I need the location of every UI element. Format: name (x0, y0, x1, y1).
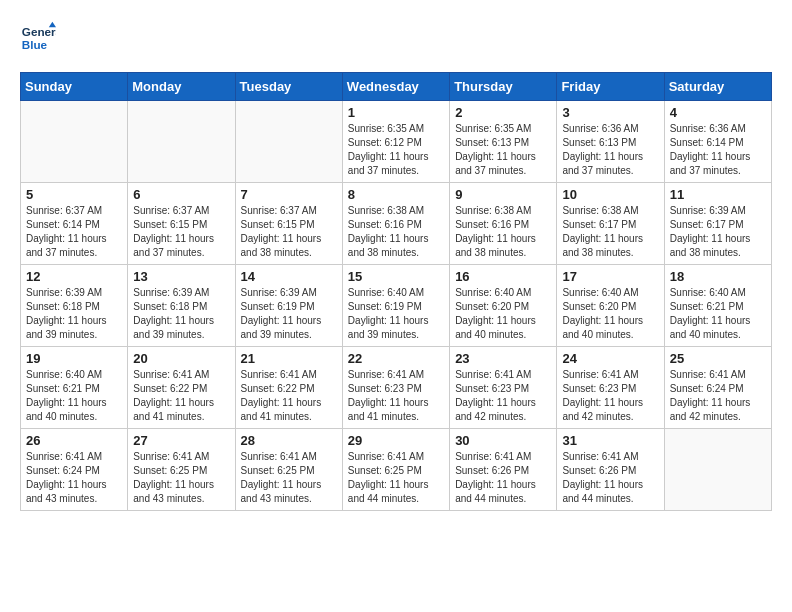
day-cell: 14Sunrise: 6:39 AM Sunset: 6:19 PM Dayli… (235, 265, 342, 347)
day-number: 22 (348, 351, 444, 366)
day-cell: 11Sunrise: 6:39 AM Sunset: 6:17 PM Dayli… (664, 183, 771, 265)
day-number: 20 (133, 351, 229, 366)
day-number: 4 (670, 105, 766, 120)
day-number: 1 (348, 105, 444, 120)
day-number: 16 (455, 269, 551, 284)
header: General Blue (20, 20, 772, 56)
weekday-header-sunday: Sunday (21, 73, 128, 101)
day-info: Sunrise: 6:39 AM Sunset: 6:17 PM Dayligh… (670, 204, 766, 260)
week-row-5: 26Sunrise: 6:41 AM Sunset: 6:24 PM Dayli… (21, 429, 772, 511)
day-number: 27 (133, 433, 229, 448)
day-cell: 22Sunrise: 6:41 AM Sunset: 6:23 PM Dayli… (342, 347, 449, 429)
day-number: 31 (562, 433, 658, 448)
weekday-header-saturday: Saturday (664, 73, 771, 101)
day-number: 21 (241, 351, 337, 366)
day-cell (21, 101, 128, 183)
day-number: 29 (348, 433, 444, 448)
day-cell: 28Sunrise: 6:41 AM Sunset: 6:25 PM Dayli… (235, 429, 342, 511)
day-number: 14 (241, 269, 337, 284)
day-info: Sunrise: 6:36 AM Sunset: 6:13 PM Dayligh… (562, 122, 658, 178)
day-info: Sunrise: 6:41 AM Sunset: 6:24 PM Dayligh… (26, 450, 122, 506)
day-info: Sunrise: 6:40 AM Sunset: 6:20 PM Dayligh… (562, 286, 658, 342)
weekday-header-friday: Friday (557, 73, 664, 101)
day-cell: 9Sunrise: 6:38 AM Sunset: 6:16 PM Daylig… (450, 183, 557, 265)
svg-text:Blue: Blue (22, 38, 48, 51)
day-cell: 16Sunrise: 6:40 AM Sunset: 6:20 PM Dayli… (450, 265, 557, 347)
day-info: Sunrise: 6:37 AM Sunset: 6:14 PM Dayligh… (26, 204, 122, 260)
day-cell: 13Sunrise: 6:39 AM Sunset: 6:18 PM Dayli… (128, 265, 235, 347)
day-info: Sunrise: 6:41 AM Sunset: 6:26 PM Dayligh… (562, 450, 658, 506)
day-number: 3 (562, 105, 658, 120)
day-info: Sunrise: 6:41 AM Sunset: 6:22 PM Dayligh… (241, 368, 337, 424)
day-cell: 7Sunrise: 6:37 AM Sunset: 6:15 PM Daylig… (235, 183, 342, 265)
logo: General Blue (20, 20, 60, 56)
day-info: Sunrise: 6:35 AM Sunset: 6:13 PM Dayligh… (455, 122, 551, 178)
day-number: 5 (26, 187, 122, 202)
day-cell: 6Sunrise: 6:37 AM Sunset: 6:15 PM Daylig… (128, 183, 235, 265)
day-info: Sunrise: 6:41 AM Sunset: 6:24 PM Dayligh… (670, 368, 766, 424)
week-row-4: 19Sunrise: 6:40 AM Sunset: 6:21 PM Dayli… (21, 347, 772, 429)
calendar-table: SundayMondayTuesdayWednesdayThursdayFrid… (20, 72, 772, 511)
day-cell (128, 101, 235, 183)
day-info: Sunrise: 6:40 AM Sunset: 6:20 PM Dayligh… (455, 286, 551, 342)
day-cell: 17Sunrise: 6:40 AM Sunset: 6:20 PM Dayli… (557, 265, 664, 347)
weekday-header-wednesday: Wednesday (342, 73, 449, 101)
day-cell (235, 101, 342, 183)
day-info: Sunrise: 6:37 AM Sunset: 6:15 PM Dayligh… (133, 204, 229, 260)
day-number: 6 (133, 187, 229, 202)
day-cell: 25Sunrise: 6:41 AM Sunset: 6:24 PM Dayli… (664, 347, 771, 429)
day-cell: 12Sunrise: 6:39 AM Sunset: 6:18 PM Dayli… (21, 265, 128, 347)
day-info: Sunrise: 6:41 AM Sunset: 6:25 PM Dayligh… (133, 450, 229, 506)
day-cell: 2Sunrise: 6:35 AM Sunset: 6:13 PM Daylig… (450, 101, 557, 183)
day-cell: 10Sunrise: 6:38 AM Sunset: 6:17 PM Dayli… (557, 183, 664, 265)
day-cell: 18Sunrise: 6:40 AM Sunset: 6:21 PM Dayli… (664, 265, 771, 347)
day-cell: 8Sunrise: 6:38 AM Sunset: 6:16 PM Daylig… (342, 183, 449, 265)
day-cell: 1Sunrise: 6:35 AM Sunset: 6:12 PM Daylig… (342, 101, 449, 183)
week-row-1: 1Sunrise: 6:35 AM Sunset: 6:12 PM Daylig… (21, 101, 772, 183)
logo-icon: General Blue (20, 20, 56, 56)
day-info: Sunrise: 6:41 AM Sunset: 6:25 PM Dayligh… (348, 450, 444, 506)
day-info: Sunrise: 6:40 AM Sunset: 6:19 PM Dayligh… (348, 286, 444, 342)
day-number: 10 (562, 187, 658, 202)
day-cell: 31Sunrise: 6:41 AM Sunset: 6:26 PM Dayli… (557, 429, 664, 511)
day-info: Sunrise: 6:41 AM Sunset: 6:23 PM Dayligh… (348, 368, 444, 424)
day-cell: 24Sunrise: 6:41 AM Sunset: 6:23 PM Dayli… (557, 347, 664, 429)
weekday-header-row: SundayMondayTuesdayWednesdayThursdayFrid… (21, 73, 772, 101)
day-cell: 15Sunrise: 6:40 AM Sunset: 6:19 PM Dayli… (342, 265, 449, 347)
day-cell: 5Sunrise: 6:37 AM Sunset: 6:14 PM Daylig… (21, 183, 128, 265)
day-number: 28 (241, 433, 337, 448)
day-number: 12 (26, 269, 122, 284)
day-number: 2 (455, 105, 551, 120)
day-info: Sunrise: 6:38 AM Sunset: 6:16 PM Dayligh… (455, 204, 551, 260)
day-info: Sunrise: 6:40 AM Sunset: 6:21 PM Dayligh… (670, 286, 766, 342)
week-row-2: 5Sunrise: 6:37 AM Sunset: 6:14 PM Daylig… (21, 183, 772, 265)
day-number: 13 (133, 269, 229, 284)
day-number: 26 (26, 433, 122, 448)
weekday-header-thursday: Thursday (450, 73, 557, 101)
day-number: 17 (562, 269, 658, 284)
day-cell: 23Sunrise: 6:41 AM Sunset: 6:23 PM Dayli… (450, 347, 557, 429)
day-number: 24 (562, 351, 658, 366)
day-info: Sunrise: 6:39 AM Sunset: 6:19 PM Dayligh… (241, 286, 337, 342)
day-info: Sunrise: 6:39 AM Sunset: 6:18 PM Dayligh… (26, 286, 122, 342)
day-number: 7 (241, 187, 337, 202)
day-info: Sunrise: 6:41 AM Sunset: 6:23 PM Dayligh… (455, 368, 551, 424)
day-info: Sunrise: 6:37 AM Sunset: 6:15 PM Dayligh… (241, 204, 337, 260)
day-number: 18 (670, 269, 766, 284)
day-number: 15 (348, 269, 444, 284)
day-cell: 29Sunrise: 6:41 AM Sunset: 6:25 PM Dayli… (342, 429, 449, 511)
weekday-header-monday: Monday (128, 73, 235, 101)
day-info: Sunrise: 6:41 AM Sunset: 6:25 PM Dayligh… (241, 450, 337, 506)
day-info: Sunrise: 6:36 AM Sunset: 6:14 PM Dayligh… (670, 122, 766, 178)
weekday-header-tuesday: Tuesday (235, 73, 342, 101)
day-info: Sunrise: 6:38 AM Sunset: 6:16 PM Dayligh… (348, 204, 444, 260)
day-number: 8 (348, 187, 444, 202)
day-cell: 30Sunrise: 6:41 AM Sunset: 6:26 PM Dayli… (450, 429, 557, 511)
day-info: Sunrise: 6:38 AM Sunset: 6:17 PM Dayligh… (562, 204, 658, 260)
day-cell: 20Sunrise: 6:41 AM Sunset: 6:22 PM Dayli… (128, 347, 235, 429)
day-info: Sunrise: 6:39 AM Sunset: 6:18 PM Dayligh… (133, 286, 229, 342)
day-cell: 3Sunrise: 6:36 AM Sunset: 6:13 PM Daylig… (557, 101, 664, 183)
day-number: 30 (455, 433, 551, 448)
day-number: 11 (670, 187, 766, 202)
day-cell (664, 429, 771, 511)
